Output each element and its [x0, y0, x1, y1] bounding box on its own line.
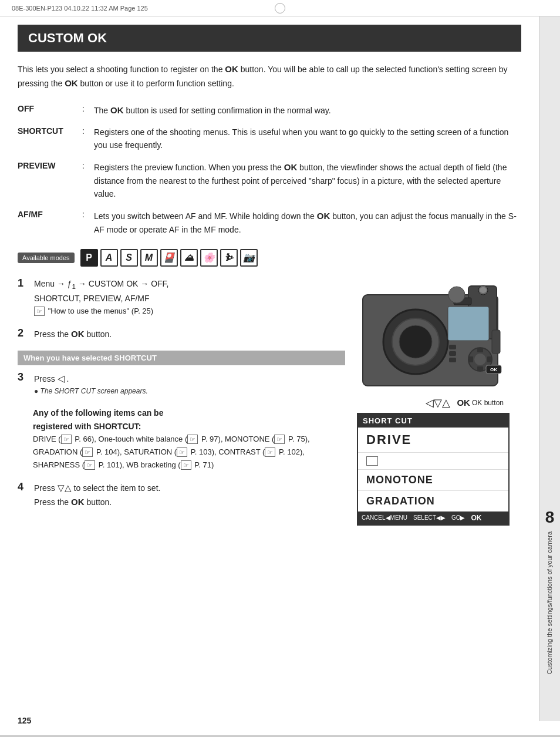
step-1: 1 Menu → ƒ1 → CUSTOM OK → OFF,SHORTCUT, … — [18, 277, 345, 318]
svg-rect-14 — [468, 356, 473, 362]
shortcut-items-title: Any of the following items can beregiste… — [33, 406, 345, 433]
def-colon-shortcut: : — [82, 126, 94, 136]
def-desc-shortcut: Registers one of the shooting menus. Thi… — [94, 126, 521, 152]
mode-icon-m: M — [140, 249, 158, 267]
when-shortcut-banner: When you have selected SHORTCUT — [18, 351, 345, 365]
step-1-ref: ☞ "How to use the menus" (P. 25) — [34, 305, 169, 318]
step-2-text-post: button. — [85, 329, 112, 339]
ok-button-text: OK button — [472, 399, 504, 407]
contrast-ref-icon: ☞ — [265, 447, 275, 457]
step-2-ok: OK — [71, 329, 85, 339]
shortcut-screen: SHORT CUT DRIVE MONOTONE GRADATION CANCE… — [357, 413, 510, 526]
step-4-symbol: ▽△ — [58, 483, 72, 493]
shortcut-items-desc: DRIVE (☞ P. 66), One-touch white balance… — [33, 433, 345, 472]
step-2: 2 Press the OK button. — [18, 327, 345, 341]
svg-point-16 — [448, 287, 465, 303]
def-term-afmf: AF/MF — [18, 209, 82, 219]
mode-icon-s: S — [120, 249, 138, 267]
intro-text1: This lets you select a shooting function… — [18, 65, 225, 74]
svg-text:OK: OK — [490, 367, 497, 372]
sc-item-monotone: MONOTONE — [358, 470, 508, 491]
step-1-content: Menu → ƒ1 → CUSTOM OK → OFF,SHORTCUT, PR… — [34, 277, 169, 318]
def-term-off: OFF — [18, 103, 82, 113]
right-sidebar: 8 Customizing the settings/functions of … — [539, 16, 560, 721]
svg-point-11 — [474, 354, 486, 365]
def-row-off: OFF : The OK button is used for setting … — [18, 103, 521, 117]
def-colon-off: : — [82, 103, 94, 113]
available-modes-row: Available modes P A S M 🎴 ⛰ 🌸 ⛷ 📷 — [18, 249, 521, 267]
ok-button-area: ◁▽△ OK OK button — [357, 396, 510, 409]
left-col: 1 Menu → ƒ1 → CUSTOM OK → OFF,SHORTCUT, … — [18, 277, 345, 526]
def-colon-afmf: : — [82, 209, 94, 219]
sc-cancel: CANCEL◀MENU — [362, 514, 407, 521]
svg-rect-18 — [449, 351, 456, 356]
grad-ref-icon: ☞ — [82, 447, 93, 457]
wb-ref-icon: ☞ — [187, 435, 198, 444]
sc-go: GO▶ — [451, 514, 465, 521]
step-3-press: Press — [34, 374, 58, 383]
sharp-ref-icon: ☞ — [85, 460, 95, 470]
modes-label: Available modes — [18, 253, 75, 263]
step-3-note: ● The SHORT CUT screen appears. — [34, 386, 148, 397]
def-term-shortcut: SHORTCUT — [18, 126, 82, 136]
mode-icon-scene2: ⛰ — [180, 249, 198, 267]
sc-item-small-icon — [366, 456, 378, 466]
intro-paragraph: This lets you select a shooting function… — [18, 62, 521, 90]
svg-point-4 — [399, 325, 432, 358]
wbbrack-ref-icon: ☞ — [181, 460, 191, 470]
step-3-text: Press ◁ . — [34, 371, 148, 386]
definitions-table: OFF : The OK button is used for setting … — [18, 103, 521, 236]
drive-ref-icon: ☞ — [61, 435, 72, 444]
intro-text3: button or use it to perform function set… — [78, 79, 234, 88]
sat-ref-icon: ☞ — [177, 447, 187, 457]
step-2-num: 2 — [18, 327, 31, 339]
def-row-preview: PREVIEW : Registers the preview function… — [18, 160, 521, 201]
main-content: CUSTOM OK This lets you select a shootin… — [0, 16, 539, 549]
mode-icon-scene1: 🎴 — [160, 249, 178, 267]
svg-rect-9 — [492, 330, 500, 354]
def-desc-preview: Registers the preview function. When you… — [94, 160, 521, 201]
sc-ok: OK — [471, 514, 481, 522]
intro-ok1: OK — [225, 64, 238, 74]
camera-svg: OK — [357, 277, 510, 395]
mode-icon-scene5: 📷 — [240, 249, 258, 267]
step-4-content: Press ▽△ to select the item to set.Press… — [34, 481, 160, 509]
step-3: 3 Press ◁ . ● The SHORT CUT screen appea… — [18, 371, 345, 398]
page-title: CUSTOM OK — [18, 25, 521, 52]
def-desc-afmf: Lets you switch between AF and MF. While… — [94, 209, 521, 236]
sc-select: SELECT◀▶ — [413, 514, 446, 521]
step-1-text: Menu → ƒ1 → CUSTOM OK → OFF,SHORTCUT, PR… — [34, 277, 169, 305]
def-term-preview: PREVIEW — [18, 160, 82, 170]
step-2-content: Press the OK button. — [34, 327, 112, 341]
sidebar-number: 8 — [545, 508, 555, 527]
def-desc-off: The OK button is used for setting confir… — [94, 103, 521, 117]
svg-rect-5 — [448, 307, 489, 341]
top-bar-text: 08E-300EN-P123 04.10.22 11:32 AM Page 12… — [12, 5, 148, 12]
right-col: OK ◁▽△ OK OK button SHORT CUT DRIVE — [357, 277, 521, 526]
step-2-text-pre: Press the — [34, 329, 71, 339]
mono-ref-icon: ☞ — [274, 435, 285, 444]
step-3-num: 3 — [18, 371, 31, 383]
svg-rect-17 — [449, 345, 456, 349]
step-4-text: Press ▽△ to select the item to set.Press… — [34, 481, 160, 509]
step-3-content: Press ◁ . ● The SHORT CUT screen appears… — [34, 371, 148, 398]
sc-item-gradation: GRADATION — [358, 491, 508, 511]
step-4: 4 Press ▽△ to select the item to set.Pre… — [18, 481, 345, 509]
def-row-shortcut: SHORTCUT : Registers one of the shooting… — [18, 126, 521, 152]
sc-bottom-bar: CANCEL◀MENU SELECT◀▶ GO▶ OK — [358, 511, 508, 524]
ok-button-label: OK — [457, 398, 470, 408]
sc-item-drive: DRIVE — [358, 428, 508, 453]
sc-item-icon — [358, 453, 508, 470]
step-3-dot: . — [65, 374, 69, 383]
intro-ok2: OK — [65, 78, 78, 88]
mode-icon-a: A — [100, 249, 118, 267]
def-row-afmf: AF/MF : Lets you switch between AF and M… — [18, 209, 521, 236]
top-bar-circle — [275, 3, 285, 14]
svg-rect-19 — [449, 358, 456, 362]
svg-rect-12 — [477, 348, 483, 352]
step-4-ok: OK — [71, 497, 85, 507]
step-1-num: 1 — [18, 277, 31, 290]
sidebar-text: Customizing the settings/functions of yo… — [545, 531, 554, 674]
step-1-ref-text: "How to use the menus" (P. 25) — [48, 307, 154, 315]
svg-rect-15 — [487, 356, 492, 362]
